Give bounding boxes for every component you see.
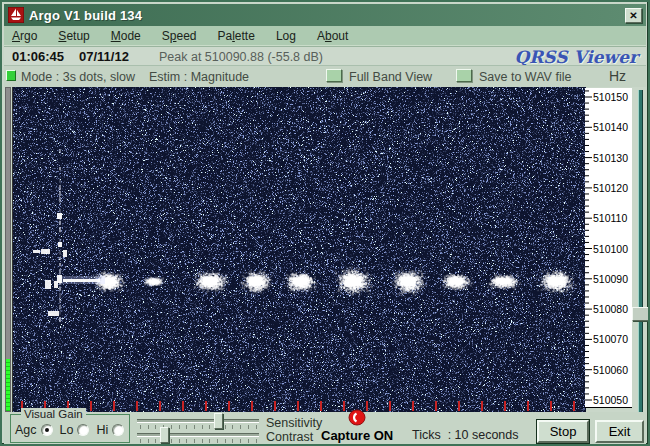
svg-text:510150: 510150 (593, 91, 628, 103)
radio-option-lo[interactable]: Lo (60, 423, 90, 437)
capture-status-label: Capture ON (321, 428, 393, 443)
full-band-view-button[interactable] (326, 69, 342, 82)
menu-item-log[interactable]: Log (276, 29, 296, 43)
argo-window: Argo V1 build 134 ✕ ArgoSetupModeSpeedPa… (0, 0, 650, 446)
frequency-scale: 5101505101405101305101205101105101005100… (585, 88, 632, 408)
window-title: Argo V1 build 134 (29, 8, 625, 23)
sensitivity-slider-thumb[interactable] (214, 413, 223, 429)
visual-gain-group: Visual Gain AgcLoHi (10, 414, 130, 443)
contrast-slider-track[interactable] (137, 433, 259, 437)
estim-readout: Estim : Magnitude (149, 70, 249, 84)
frequency-scrollbar-track[interactable] (638, 90, 643, 414)
svg-text:510070: 510070 (593, 333, 628, 345)
level-meter-fill (6, 359, 10, 411)
svg-text:510060: 510060 (593, 364, 628, 376)
svg-text:510140: 510140 (593, 121, 628, 133)
svg-text:510050: 510050 (593, 394, 628, 406)
title-bar[interactable]: Argo V1 build 134 ✕ (4, 4, 646, 26)
sensitivity-slider-track[interactable] (137, 419, 259, 423)
menu-item-speed[interactable]: Speed (162, 29, 197, 43)
mode-bar: Mode : 3s dots, slow Estim : Magnitude F… (4, 65, 646, 87)
mode-readout: Mode : 3s dots, slow (21, 70, 135, 84)
close-button[interactable]: ✕ (625, 8, 642, 23)
clock-time: 01:06:45 (12, 49, 64, 64)
clock-date: 07/11/12 (79, 49, 129, 64)
full-band-view-label: Full Band View (349, 70, 432, 84)
activity-led-icon (6, 70, 16, 81)
menu-item-palette[interactable]: Palette (218, 29, 255, 43)
capture-led-icon (348, 409, 366, 426)
visual-gain-title: Visual Gain (21, 408, 86, 420)
app-brand: QRSS Viewer (514, 47, 638, 67)
svg-text:510120: 510120 (593, 182, 628, 194)
visual-gain-options: AgcLoHi (15, 423, 131, 437)
spectrogram-canvas[interactable] (12, 87, 586, 412)
save-to-wav-label: Save to WAV file (479, 70, 571, 84)
frequency-scrollbar-thumb[interactable] (632, 307, 649, 321)
svg-text:510100: 510100 (593, 243, 628, 255)
menu-bar: ArgoSetupModeSpeedPaletteLogAbout (4, 26, 646, 46)
menu-item-argo[interactable]: Argo (12, 29, 37, 43)
svg-text:510090: 510090 (593, 273, 628, 285)
svg-text:510110: 510110 (593, 212, 627, 224)
exit-button[interactable]: Exit (595, 420, 644, 443)
svg-text:510080: 510080 (593, 303, 628, 315)
menu-item-about[interactable]: About (317, 29, 348, 43)
app-sailboat-icon (8, 7, 24, 23)
contrast-label: Contrast (266, 430, 313, 444)
control-bar: Visual Gain AgcLoHi Sensitivity Contrast… (4, 412, 646, 445)
frequency-unit-label: Hz (609, 68, 626, 84)
radio-option-agc[interactable]: Agc (15, 423, 53, 437)
sensitivity-label: Sensitivity (266, 416, 322, 430)
info-bar: 01:06:45 07/11/12 Peak at 510090.88 (-55… (4, 46, 646, 65)
svg-text:510130: 510130 (593, 152, 628, 164)
menu-item-mode[interactable]: Mode (111, 29, 141, 43)
save-to-wav-button[interactable] (456, 69, 472, 82)
menu-item-setup[interactable]: Setup (58, 29, 89, 43)
peak-readout: Peak at 510090.88 (-55.8 dB) (159, 50, 323, 64)
contrast-slider-thumb[interactable] (160, 427, 169, 443)
ticks-interval-label: Ticks : 10 seconds (412, 428, 519, 442)
level-meter (5, 87, 11, 412)
radio-option-hi[interactable]: Hi (96, 423, 124, 437)
stop-button[interactable]: Stop (537, 420, 589, 443)
